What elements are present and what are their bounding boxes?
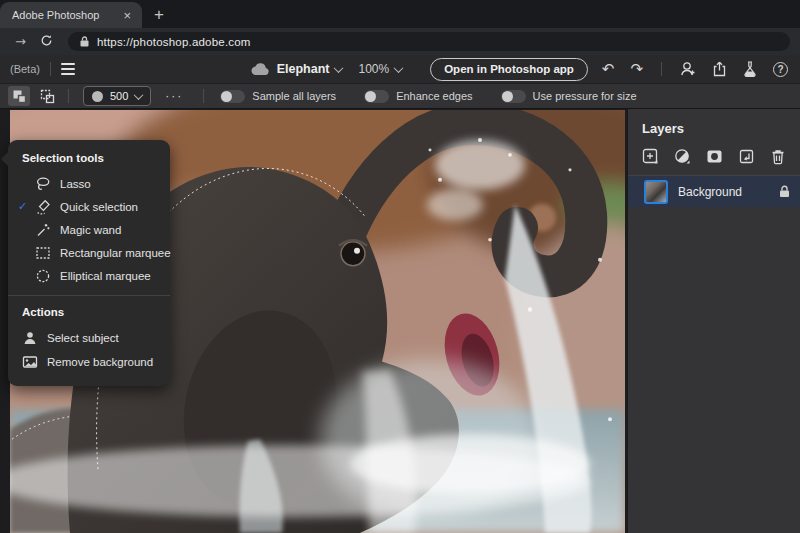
- action-remove-background[interactable]: Remove background: [8, 350, 170, 374]
- new-tab-button[interactable]: +: [154, 6, 164, 23]
- adjustment-layer-icon[interactable]: [674, 148, 691, 165]
- toggle-label: Enhance edges: [396, 90, 472, 102]
- layers-toolbar: ···: [628, 146, 800, 175]
- toggle-sample-all-layers: Sample all layers: [220, 90, 358, 103]
- document-group: Elephant 100%: [251, 62, 403, 76]
- browser-tab-adobe-photoshop[interactable]: Adobe Photoshop ×: [0, 2, 142, 28]
- tool-magic-wand[interactable]: Magic wand: [8, 218, 170, 241]
- layers-panel-title: Layers: [628, 109, 800, 146]
- transform-layer-icon[interactable]: [738, 148, 755, 165]
- toggle-label: Sample all layers: [252, 90, 336, 102]
- brush-size-dropdown[interactable]: 500: [83, 86, 151, 106]
- magic-wand-icon: [35, 222, 51, 238]
- enhance-edges-switch[interactable]: [364, 90, 389, 103]
- reload-icon[interactable]: [40, 34, 53, 50]
- subtract-from-selection-icon[interactable]: [36, 86, 58, 106]
- layer-thumbnail[interactable]: [644, 180, 668, 204]
- redo-icon[interactable]: ↷: [630, 62, 643, 77]
- tool-options-bar: 500 ··· Sample all layers Enhance edges …: [0, 84, 800, 109]
- chevron-down-icon[interactable]: [394, 63, 404, 73]
- add-to-selection-icon[interactable]: [8, 86, 30, 106]
- layer-mask-icon[interactable]: [706, 148, 723, 165]
- divider: [68, 89, 69, 103]
- tool-rectangular-marquee[interactable]: Rectangular marquee: [8, 241, 170, 264]
- use-pressure-switch[interactable]: [501, 90, 526, 103]
- action-select-subject[interactable]: Select subject: [8, 326, 170, 350]
- address-bar[interactable]: https://photoshop.adobe.com: [68, 32, 790, 51]
- browser-addressbar: → https://photoshop.adobe.com: [0, 28, 800, 55]
- zoom-level[interactable]: 100%: [358, 62, 389, 76]
- layers-panel: Layers ···: [627, 109, 800, 533]
- lasso-icon: [35, 176, 51, 192]
- tool-lasso[interactable]: Lasso: [8, 172, 170, 195]
- tool-quick-selection[interactable]: ✓ Quick selection: [8, 195, 170, 218]
- divider: [203, 89, 204, 103]
- help-icon[interactable]: ?: [773, 62, 788, 77]
- url-text: https://photoshop.adobe.com: [97, 36, 251, 48]
- flyout-title: Selection tools: [8, 150, 170, 172]
- lock-icon[interactable]: [779, 185, 790, 198]
- undo-icon[interactable]: ↶: [602, 62, 615, 77]
- brush-size-value: 500: [110, 90, 128, 102]
- chevron-down-icon: [134, 90, 144, 100]
- beta-label: (Beta): [10, 63, 40, 75]
- divider: [8, 295, 170, 296]
- share-icon[interactable]: [712, 61, 727, 77]
- cloud-sync-icon: [251, 63, 271, 76]
- brush-preview-icon: [92, 91, 103, 102]
- select-subject-icon: [22, 330, 38, 346]
- toggle-enhance-edges: Enhance edges: [364, 90, 494, 103]
- sample-all-layers-switch[interactable]: [220, 90, 245, 103]
- hamburger-menu-icon[interactable]: [61, 63, 75, 75]
- close-tab-icon[interactable]: ×: [120, 7, 134, 24]
- rectangular-marquee-icon: [35, 245, 51, 261]
- divider: [50, 62, 51, 76]
- browser-tabstrip: Adobe Photoshop × +: [0, 0, 800, 28]
- remove-background-icon: [22, 354, 38, 370]
- more-options-icon[interactable]: ···: [165, 89, 183, 103]
- chevron-down-icon[interactable]: [334, 63, 344, 73]
- forward-icon[interactable]: →: [15, 34, 26, 49]
- open-in-photoshop-button[interactable]: Open in Photoshop app: [430, 58, 588, 81]
- workspace: Selection tools Lasso ✓ Quick selection: [0, 109, 800, 533]
- delete-layer-icon[interactable]: [770, 148, 786, 165]
- flask-icon[interactable]: [743, 61, 757, 77]
- tool-elliptical-marquee[interactable]: Elliptical marquee: [8, 264, 170, 287]
- toggle-use-pressure: Use pressure for size: [501, 90, 659, 103]
- divider: [661, 62, 662, 76]
- toggle-label: Use pressure for size: [533, 90, 637, 102]
- actions-title: Actions: [8, 303, 170, 326]
- selection-tools-flyout: Selection tools Lasso ✓ Quick selection: [8, 140, 170, 386]
- browser-window: Adobe Photoshop × + → https://photoshop.…: [0, 0, 800, 533]
- elliptical-marquee-icon: [35, 268, 51, 284]
- invite-user-icon[interactable]: [680, 61, 696, 77]
- document-name[interactable]: Elephant: [277, 62, 330, 76]
- new-layer-icon[interactable]: [642, 148, 659, 165]
- lock-icon: [80, 36, 89, 47]
- quick-selection-icon: [35, 199, 51, 215]
- tab-title: Adobe Photoshop: [12, 9, 120, 21]
- check-icon: ✓: [18, 200, 35, 213]
- layer-name: Background: [678, 185, 779, 199]
- app-header: (Beta) Elephant 100% Open in Photoshop a…: [0, 55, 800, 84]
- layer-row-background[interactable]: Background: [628, 176, 800, 207]
